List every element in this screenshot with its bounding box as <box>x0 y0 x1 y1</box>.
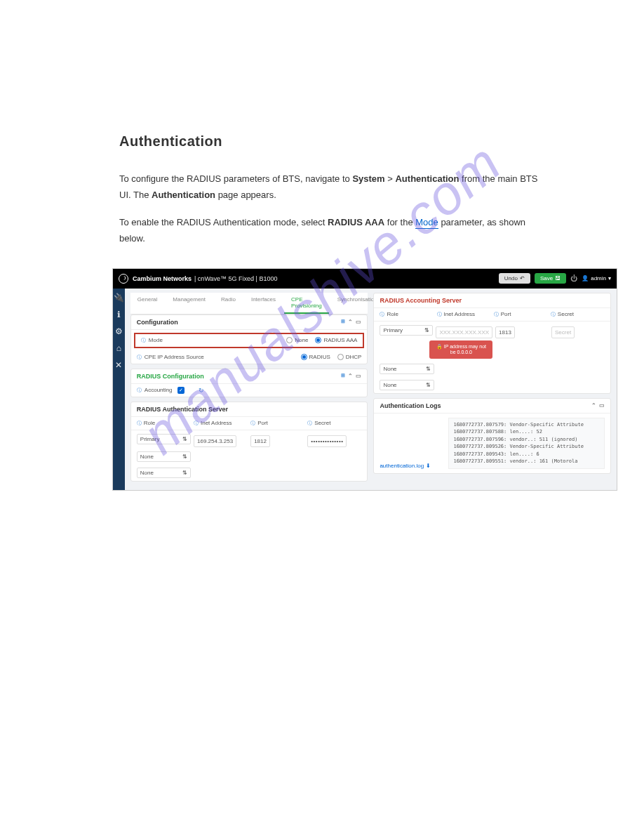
log-output: 1680772737.807579: Vendor-Specific Attri… <box>448 418 605 469</box>
sidebar-tools-icon[interactable]: ✕ <box>115 360 122 370</box>
radius-config-panel: RADIUS Configuration ⊞ ⌃ ▭ ⓘ Accounting … <box>130 369 368 397</box>
lock-icon: 🔒 <box>436 344 443 349</box>
inet-input[interactable]: 169.254.3.253 <box>194 435 236 447</box>
port-input[interactable]: 1812 <box>250 435 270 447</box>
match-icon: ⊞ <box>341 319 345 325</box>
tabs-bar: General Management Radio Interfaces CPE … <box>130 293 368 315</box>
acct-role-select-3[interactable]: None⇅ <box>380 380 434 390</box>
paragraph-2: To enable the RADIUS Authentication mode… <box>119 214 575 247</box>
chevron-icon: ⇅ <box>182 436 187 442</box>
paragraph-1: To configure the RADIUS parameters of BT… <box>119 171 575 204</box>
save-button[interactable]: Save 🖫 <box>535 273 566 284</box>
acct-role-select[interactable]: Primary⇅ <box>380 325 433 336</box>
mode-label: ⓘ Mode <box>141 337 163 344</box>
window-icon[interactable]: ▭ <box>356 373 361 379</box>
mode-none-radio[interactable]: None <box>286 337 308 343</box>
ip-dhcp-radio[interactable]: DHCP <box>337 354 362 360</box>
chevron-icon: ⇅ <box>182 454 187 460</box>
section-heading: Authentication <box>119 133 602 150</box>
acct-port-header: ⓘ Port <box>494 311 548 318</box>
admin-menu[interactable]: 👤 admin ▾ <box>582 275 611 282</box>
sidebar-info-icon[interactable]: ℹ <box>117 310 121 319</box>
role-header: ⓘ Role <box>137 420 191 427</box>
sidebar: 🔌 ℹ ⚙ ⌂ ✕ <box>113 289 125 490</box>
ip-radius-radio[interactable]: RADIUS <box>301 354 330 360</box>
match-icon: ⊞ <box>341 373 345 379</box>
log-download-link[interactable]: authentication.log ⬇ <box>380 463 431 469</box>
mode-radius-aaa-radio[interactable]: RADIUS AAA <box>315 337 357 343</box>
tab-radio[interactable]: Radio <box>214 293 243 314</box>
acct-role-header: ⓘ Role <box>380 311 434 318</box>
role-select[interactable]: Primary⇅ <box>137 434 191 444</box>
tab-general[interactable]: General <box>130 293 164 314</box>
expand-icon[interactable]: ⌃ <box>348 319 353 325</box>
acct-server-header: RADIUS Accounting Server <box>374 293 610 308</box>
tab-interfaces[interactable]: Interfaces <box>244 293 283 314</box>
chevron-icon: ⇅ <box>426 382 431 388</box>
chevron-icon: ⇅ <box>424 327 429 333</box>
user-icon: 👤 <box>582 275 589 282</box>
mode-highlight-box: ⓘ Mode None RADIUS AAA <box>134 333 365 348</box>
acct-secret-input[interactable]: Secret <box>551 326 575 338</box>
port-header: ⓘ Port <box>250 420 304 427</box>
secret-header: ⓘ Secret <box>307 420 361 427</box>
secret-input[interactable]: •••••••••••••• <box>307 435 347 447</box>
auth-logs-panel: Authentication Logs ⌃ ▭ authentication.l… <box>373 398 611 474</box>
acct-secret-header: ⓘ Secret <box>551 311 605 318</box>
info-icon: ⓘ <box>141 337 146 344</box>
acct-role-select-2[interactable]: None⇅ <box>380 364 434 374</box>
config-header: Configuration ⊞ ⌃ ▭ <box>131 315 368 330</box>
info-icon: ⓘ <box>137 387 142 394</box>
chevron-down-icon: ▾ <box>608 275 611 282</box>
expand-icon[interactable]: ⌃ <box>348 373 353 379</box>
info-icon: ⓘ <box>137 354 142 361</box>
accounting-label: ⓘ Accounting <box>137 387 173 394</box>
auth-server-header: RADIUS Authentication Server <box>131 402 368 417</box>
undo-icon: ↶ <box>520 275 525 282</box>
sidebar-home-icon[interactable]: ⌂ <box>116 343 121 353</box>
power-icon[interactable]: ⏻ <box>570 274 577 282</box>
app-topbar: Cambium Networks | cnWave™ 5G Fixed | B1… <box>113 269 617 289</box>
screenshot-container: Cambium Networks | cnWave™ 5G Fixed | B1… <box>112 268 617 491</box>
logo-icon <box>119 274 128 284</box>
auth-server-panel: RADIUS Authentication Server ⓘ Role ⓘ In… <box>130 402 368 482</box>
accounting-checkbox[interactable]: ✓ <box>177 387 185 394</box>
tab-management[interactable]: Management <box>166 293 213 314</box>
acct-inet-input[interactable]: XXX.XXX.XXX.XXX <box>436 326 492 338</box>
sidebar-plug-icon[interactable]: 🔌 <box>114 293 124 303</box>
save-icon: 🖫 <box>555 275 561 282</box>
chevron-icon: ⇅ <box>426 366 431 372</box>
acct-port-input[interactable]: 1813 <box>495 326 515 338</box>
auth-logs-header: Authentication Logs ⌃ ▭ <box>374 399 610 413</box>
error-tooltip: 🔒 IP address may notbe 0.0.0.0 <box>429 340 492 359</box>
chevron-icon: ⇅ <box>182 470 187 476</box>
role-select-3[interactable]: None⇅ <box>137 468 191 478</box>
download-icon: ⬇ <box>426 463 431 469</box>
tab-cpe-provisioning[interactable]: CPE Provisioning <box>284 293 329 314</box>
breadcrumb: | cnWave™ 5G Fixed | B1000 <box>194 275 277 282</box>
window-icon[interactable]: ▭ <box>599 402 605 409</box>
radius-config-header: RADIUS Configuration ⊞ ⌃ ▭ <box>131 369 368 384</box>
refresh-icon[interactable]: ↻ <box>199 387 204 394</box>
brand-name: Cambium Networks <box>133 275 192 282</box>
role-select-2[interactable]: None⇅ <box>137 451 191 462</box>
sidebar-gear-icon[interactable]: ⚙ <box>115 326 123 336</box>
inet-header: ⓘ Inet Address <box>194 420 248 427</box>
acct-server-panel: RADIUS Accounting Server ⓘ Role ⓘ Inet A… <box>373 293 611 394</box>
configuration-panel: Configuration ⊞ ⌃ ▭ ⓘ Mode None RADIUS A… <box>130 315 368 364</box>
window-icon[interactable]: ▭ <box>356 319 361 325</box>
expand-icon[interactable]: ⌃ <box>591 402 596 409</box>
undo-button[interactable]: Undo ↶ <box>499 273 530 284</box>
ip-source-label: ⓘ CPE IP Address Source <box>137 354 204 361</box>
acct-inet-header: ⓘ Inet Address <box>437 311 491 318</box>
